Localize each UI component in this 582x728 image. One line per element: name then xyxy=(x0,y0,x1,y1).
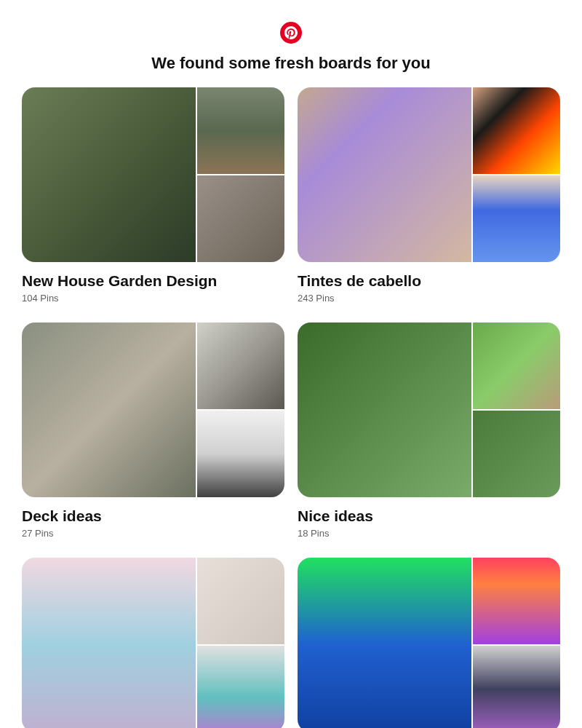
board-card[interactable]: Deck ideas 27 Pins xyxy=(22,323,284,539)
board-thumb-image xyxy=(197,558,284,644)
board-thumb-image xyxy=(473,558,560,644)
board-images xyxy=(22,323,284,497)
board-cover-image xyxy=(22,558,196,728)
pin-count-value: 27 xyxy=(22,528,32,539)
board-images xyxy=(22,558,284,728)
pin-count-value: 18 xyxy=(298,528,308,539)
board-cover-image xyxy=(22,323,196,497)
board-card[interactable]: New House Garden Design 104 Pins xyxy=(22,87,284,304)
pin-count-value: 104 xyxy=(22,293,38,304)
pinterest-icon xyxy=(284,26,298,39)
board-pin-count: 104 Pins xyxy=(22,293,284,304)
pin-count-label: Pins xyxy=(316,293,334,304)
board-pin-count: 27 Pins xyxy=(22,528,284,539)
header: We found some fresh boards for you xyxy=(22,22,560,73)
board-card[interactable]: Nice ideas 18 Pins xyxy=(298,323,560,539)
board-title: Deck ideas xyxy=(22,507,284,525)
board-thumb-image xyxy=(197,175,284,262)
board-thumb-image xyxy=(473,175,560,262)
pin-count-label: Pins xyxy=(311,528,329,539)
pin-count-label: Pins xyxy=(40,293,58,304)
board-images xyxy=(298,87,560,262)
board-thumb-image xyxy=(197,411,284,497)
pin-count-value: 243 xyxy=(298,293,314,304)
board-title: Nice ideas xyxy=(298,507,560,525)
pinterest-logo-icon[interactable] xyxy=(280,22,302,44)
board-cover-image xyxy=(298,87,471,262)
board-card[interactable]: Tintes de cabello 243 Pins xyxy=(298,87,560,304)
board-title: New House Garden Design xyxy=(22,272,284,290)
board-cover-image xyxy=(298,558,471,728)
board-thumb-image xyxy=(473,646,560,728)
board-thumb-image xyxy=(197,87,284,174)
board-images xyxy=(22,87,284,262)
board-thumb-image xyxy=(197,323,284,409)
board-images xyxy=(298,558,560,728)
board-images xyxy=(298,323,560,497)
board-thumb-image xyxy=(473,411,560,497)
board-card[interactable]: Hårfärg xyxy=(22,558,284,728)
board-thumb-image xyxy=(473,87,560,174)
board-thumb-image xyxy=(473,323,560,409)
board-cover-image xyxy=(22,87,196,262)
board-pin-count: 18 Pins xyxy=(298,528,560,539)
board-pin-count: 243 Pins xyxy=(298,293,560,304)
board-title: Tintes de cabello xyxy=(298,272,560,290)
board-card[interactable]: Cool hair color xyxy=(298,558,560,728)
pin-count-label: Pins xyxy=(35,528,53,539)
board-thumb-image xyxy=(197,646,284,728)
board-cover-image xyxy=(298,323,471,497)
headline: We found some fresh boards for you xyxy=(151,54,430,73)
boards-grid: New House Garden Design 104 Pins Tintes … xyxy=(22,87,560,728)
